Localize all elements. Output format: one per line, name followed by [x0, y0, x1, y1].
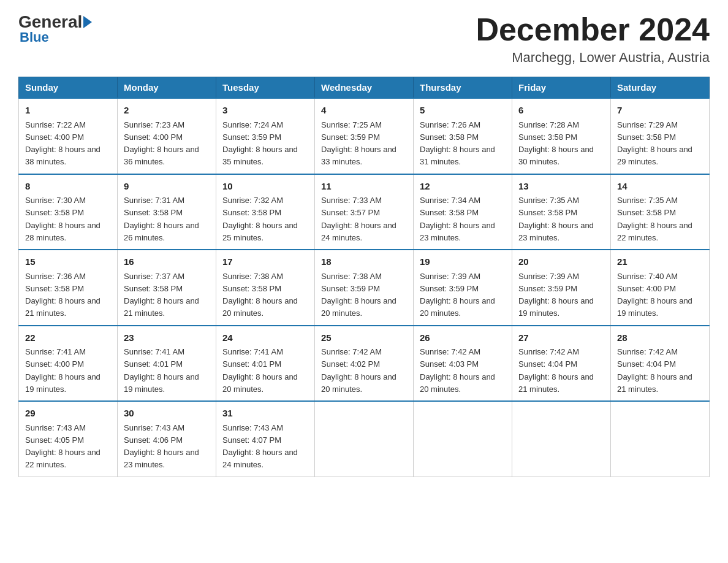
- day-number: 28: [617, 331, 703, 345]
- col-wednesday: Wednesday: [315, 77, 414, 99]
- day-info: Sunrise: 7:43 AMSunset: 4:05 PMDaylight:…: [25, 423, 100, 470]
- day-number: 3: [222, 104, 308, 118]
- day-number: 1: [25, 104, 111, 118]
- title-block: December 2024 Marchegg, Lower Austria, A…: [476, 12, 710, 66]
- day-info: Sunrise: 7:31 AMSunset: 3:58 PMDaylight:…: [124, 196, 199, 242]
- day-number: 23: [124, 331, 210, 345]
- calendar-cell: 22 Sunrise: 7:41 AMSunset: 4:00 PMDaylig…: [19, 326, 118, 402]
- calendar-cell: 9 Sunrise: 7:31 AMSunset: 3:58 PMDayligh…: [118, 174, 216, 250]
- day-number: 16: [124, 255, 210, 269]
- header-row: Sunday Monday Tuesday Wednesday Thursday…: [19, 77, 710, 99]
- day-info: Sunrise: 7:41 AMSunset: 4:01 PMDaylight:…: [124, 347, 199, 394]
- day-number: 21: [617, 255, 703, 269]
- calendar-cell: 30 Sunrise: 7:43 AMSunset: 4:06 PMDaylig…: [118, 401, 216, 477]
- calendar-cell: 29 Sunrise: 7:43 AMSunset: 4:05 PMDaylig…: [19, 401, 118, 477]
- day-info: Sunrise: 7:29 AMSunset: 3:58 PMDaylight:…: [617, 120, 692, 167]
- day-number: 7: [617, 104, 703, 118]
- day-info: Sunrise: 7:42 AMSunset: 4:04 PMDaylight:…: [617, 347, 692, 394]
- day-info: Sunrise: 7:22 AMSunset: 4:00 PMDaylight:…: [25, 120, 100, 167]
- calendar-cell: 10 Sunrise: 7:32 AMSunset: 3:58 PMDaylig…: [216, 174, 315, 250]
- day-info: Sunrise: 7:39 AMSunset: 3:59 PMDaylight:…: [420, 272, 495, 318]
- logo: General Blue: [18, 12, 93, 45]
- calendar-cell: 15 Sunrise: 7:36 AMSunset: 3:58 PMDaylig…: [19, 250, 118, 326]
- day-info: Sunrise: 7:25 AMSunset: 3:59 PMDaylight:…: [321, 120, 396, 167]
- calendar-title: December 2024: [476, 12, 710, 47]
- calendar-cell: 23 Sunrise: 7:41 AMSunset: 4:01 PMDaylig…: [118, 326, 216, 402]
- day-info: Sunrise: 7:41 AMSunset: 4:01 PMDaylight:…: [222, 347, 298, 394]
- day-info: Sunrise: 7:42 AMSunset: 4:03 PMDaylight:…: [420, 347, 495, 394]
- day-number: 2: [124, 104, 210, 118]
- col-saturday: Saturday: [611, 77, 710, 99]
- day-info: Sunrise: 7:43 AMSunset: 4:07 PMDaylight:…: [222, 423, 298, 470]
- day-number: 22: [25, 331, 111, 345]
- day-info: Sunrise: 7:33 AMSunset: 3:57 PMDaylight:…: [321, 196, 396, 242]
- day-info: Sunrise: 7:28 AMSunset: 3:58 PMDaylight:…: [518, 120, 594, 167]
- calendar-cell: 16 Sunrise: 7:37 AMSunset: 3:58 PMDaylig…: [118, 250, 216, 326]
- day-number: 27: [518, 331, 604, 345]
- day-info: Sunrise: 7:36 AMSunset: 3:58 PMDaylight:…: [25, 272, 100, 318]
- day-info: Sunrise: 7:37 AMSunset: 3:58 PMDaylight:…: [124, 272, 199, 318]
- calendar-cell: [512, 401, 611, 477]
- calendar-cell: 26 Sunrise: 7:42 AMSunset: 4:03 PMDaylig…: [414, 326, 512, 402]
- col-monday: Monday: [118, 77, 216, 99]
- calendar-cell: 25 Sunrise: 7:42 AMSunset: 4:02 PMDaylig…: [315, 326, 414, 402]
- calendar-cell: 20 Sunrise: 7:39 AMSunset: 3:59 PMDaylig…: [512, 250, 611, 326]
- day-number: 10: [222, 180, 308, 194]
- calendar-cell: 1 Sunrise: 7:22 AMSunset: 4:00 PMDayligh…: [19, 98, 118, 174]
- calendar-cell: 27 Sunrise: 7:42 AMSunset: 4:04 PMDaylig…: [512, 326, 611, 402]
- calendar-subtitle: Marchegg, Lower Austria, Austria: [476, 50, 710, 66]
- calendar-week-row: 29 Sunrise: 7:43 AMSunset: 4:05 PMDaylig…: [19, 401, 710, 477]
- day-info: Sunrise: 7:26 AMSunset: 3:58 PMDaylight:…: [420, 120, 495, 167]
- calendar-cell: 11 Sunrise: 7:33 AMSunset: 3:57 PMDaylig…: [315, 174, 414, 250]
- day-number: 4: [321, 104, 407, 118]
- calendar-cell: 31 Sunrise: 7:43 AMSunset: 4:07 PMDaylig…: [216, 401, 315, 477]
- day-number: 20: [518, 255, 604, 269]
- calendar-cell: 28 Sunrise: 7:42 AMSunset: 4:04 PMDaylig…: [611, 326, 710, 402]
- day-number: 5: [420, 104, 506, 118]
- day-number: 12: [420, 180, 506, 194]
- day-number: 11: [321, 180, 407, 194]
- calendar-week-row: 8 Sunrise: 7:30 AMSunset: 3:58 PMDayligh…: [19, 174, 710, 250]
- calendar-cell: 24 Sunrise: 7:41 AMSunset: 4:01 PMDaylig…: [216, 326, 315, 402]
- day-number: 14: [617, 180, 703, 194]
- day-number: 15: [25, 255, 111, 269]
- day-info: Sunrise: 7:42 AMSunset: 4:04 PMDaylight:…: [518, 347, 594, 394]
- calendar-cell: 19 Sunrise: 7:39 AMSunset: 3:59 PMDaylig…: [414, 250, 512, 326]
- day-info: Sunrise: 7:30 AMSunset: 3:58 PMDaylight:…: [25, 196, 100, 242]
- calendar-cell: 4 Sunrise: 7:25 AMSunset: 3:59 PMDayligh…: [315, 98, 414, 174]
- day-info: Sunrise: 7:43 AMSunset: 4:06 PMDaylight:…: [124, 423, 199, 470]
- page-header: General Blue December 2024 Marchegg, Low…: [18, 12, 710, 66]
- day-number: 25: [321, 331, 407, 345]
- day-number: 29: [25, 407, 111, 421]
- day-info: Sunrise: 7:34 AMSunset: 3:58 PMDaylight:…: [420, 196, 495, 242]
- calendar-cell: [414, 401, 512, 477]
- calendar-week-row: 22 Sunrise: 7:41 AMSunset: 4:00 PMDaylig…: [19, 326, 710, 402]
- day-number: 17: [222, 255, 308, 269]
- day-info: Sunrise: 7:35 AMSunset: 3:58 PMDaylight:…: [518, 196, 594, 242]
- calendar-cell: 21 Sunrise: 7:40 AMSunset: 4:00 PMDaylig…: [611, 250, 710, 326]
- col-tuesday: Tuesday: [216, 77, 315, 99]
- day-number: 19: [420, 255, 506, 269]
- day-number: 13: [518, 180, 604, 194]
- logo-blue-text: Blue: [20, 29, 49, 45]
- day-info: Sunrise: 7:23 AMSunset: 4:00 PMDaylight:…: [124, 120, 199, 167]
- day-info: Sunrise: 7:38 AMSunset: 3:59 PMDaylight:…: [321, 272, 396, 318]
- col-thursday: Thursday: [414, 77, 512, 99]
- day-number: 18: [321, 255, 407, 269]
- day-info: Sunrise: 7:38 AMSunset: 3:58 PMDaylight:…: [222, 272, 298, 318]
- col-friday: Friday: [512, 77, 611, 99]
- calendar-cell: 8 Sunrise: 7:30 AMSunset: 3:58 PMDayligh…: [19, 174, 118, 250]
- calendar-cell: 2 Sunrise: 7:23 AMSunset: 4:00 PMDayligh…: [118, 98, 216, 174]
- day-info: Sunrise: 7:42 AMSunset: 4:02 PMDaylight:…: [321, 347, 396, 394]
- calendar-cell: 12 Sunrise: 7:34 AMSunset: 3:58 PMDaylig…: [414, 174, 512, 250]
- day-info: Sunrise: 7:39 AMSunset: 3:59 PMDaylight:…: [518, 272, 594, 318]
- day-info: Sunrise: 7:32 AMSunset: 3:58 PMDaylight:…: [222, 196, 298, 242]
- calendar-cell: 14 Sunrise: 7:35 AMSunset: 3:58 PMDaylig…: [611, 174, 710, 250]
- day-number: 31: [222, 407, 308, 421]
- day-number: 6: [518, 104, 604, 118]
- calendar-cell: 7 Sunrise: 7:29 AMSunset: 3:58 PMDayligh…: [611, 98, 710, 174]
- day-number: 9: [124, 180, 210, 194]
- calendar-cell: [315, 401, 414, 477]
- calendar-cell: 13 Sunrise: 7:35 AMSunset: 3:58 PMDaylig…: [512, 174, 611, 250]
- calendar-cell: 18 Sunrise: 7:38 AMSunset: 3:59 PMDaylig…: [315, 250, 414, 326]
